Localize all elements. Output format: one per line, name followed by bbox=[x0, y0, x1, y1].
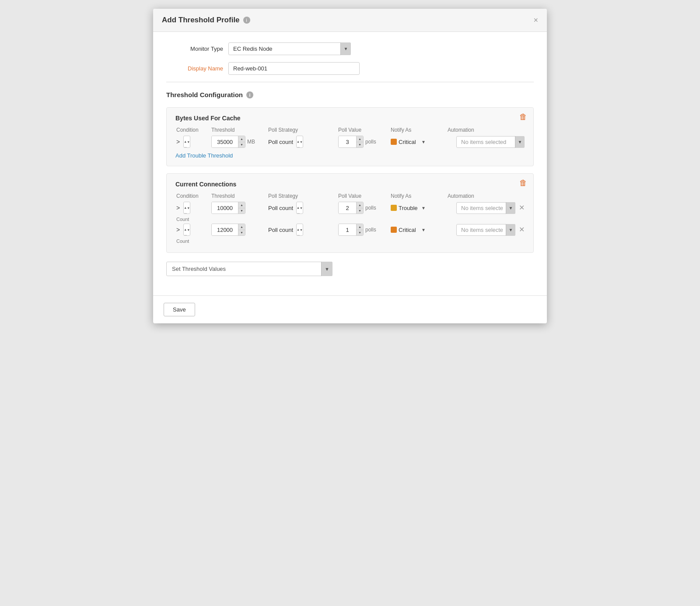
set-threshold-wrapper: Set Threshold Values ▼ bbox=[166, 262, 332, 276]
threshold-config-info-icon[interactable]: i bbox=[246, 91, 253, 98]
condition-spinner-down-cc-trouble[interactable]: ▼ bbox=[187, 202, 190, 214]
poll-strategy-up-cc-trouble[interactable]: ▲ bbox=[297, 202, 300, 214]
display-name-row: Display Name bbox=[166, 62, 534, 75]
condition-spinner-cc-critical: ▲ ▼ bbox=[183, 224, 190, 236]
display-name-label: Display Name bbox=[166, 65, 223, 72]
automation-select-bytes-critical[interactable]: No items selected bbox=[456, 136, 525, 148]
modal-container: Add Threshold Profile i × Monitor Type E… bbox=[153, 9, 547, 323]
poll-strategy-select-cc-trouble[interactable]: Poll count bbox=[268, 205, 294, 211]
poll-value-bytes-critical[interactable] bbox=[339, 136, 356, 147]
threshold-up-cc-critical[interactable]: ▲ bbox=[238, 224, 245, 230]
poll-value-cell-cc-trouble: ▲ ▼ polls bbox=[338, 202, 391, 214]
delete-bytes-used-button[interactable]: 🗑 bbox=[519, 113, 527, 121]
poll-value-down-bytes-critical[interactable]: ▼ bbox=[357, 142, 363, 148]
poll-value-up-bytes-critical[interactable]: ▲ bbox=[357, 136, 363, 142]
cc-col-header-poll-strategy: Poll Strategy bbox=[268, 193, 338, 199]
modal-footer: Save bbox=[153, 295, 547, 323]
monitor-type-select[interactable]: EC Redis Node bbox=[228, 42, 351, 55]
condition-spinner-up[interactable]: ▲ bbox=[184, 136, 187, 147]
threshold-spinner-arrows-cc-trouble: ▲ ▼ bbox=[238, 202, 245, 214]
threshold-block-current-connections: Current Connections 🗑 Condition Threshol… bbox=[166, 173, 534, 253]
poll-strategy-select-cc-critical[interactable]: Poll count bbox=[268, 227, 294, 233]
poll-strategy-down-cc-critical[interactable]: ▼ bbox=[300, 224, 303, 235]
notify-select-wrapper-cc-critical: Critical Trouble ▼ bbox=[399, 227, 426, 233]
poll-unit-bytes-critical: polls bbox=[365, 139, 376, 145]
cc-col-header-poll-value: Poll Value bbox=[338, 193, 391, 199]
automation-select-wrapper-bytes-critical: No items selected ▼ bbox=[456, 136, 525, 148]
poll-value-up-cc-trouble[interactable]: ▲ bbox=[357, 202, 363, 208]
threshold-block-bytes-used: Bytes Used For Cache 🗑 Condition Thresho… bbox=[166, 107, 534, 166]
poll-strategy-spinner-cc-trouble: ▲ ▼ bbox=[296, 202, 303, 214]
poll-value-spinner-bytes-critical: ▲ ▼ bbox=[338, 136, 364, 148]
display-name-input[interactable] bbox=[228, 62, 360, 75]
notify-badge-cc-trouble bbox=[391, 205, 397, 211]
remove-row-cc-trouble[interactable]: ✕ bbox=[519, 204, 525, 211]
condition-spinner-down[interactable]: ▼ bbox=[187, 136, 190, 147]
condition-spinner-up-cc-critical[interactable]: ▲ bbox=[184, 224, 187, 235]
threshold-cell-cc-trouble: ▲ ▼ bbox=[211, 202, 268, 214]
col-header-condition: Condition bbox=[176, 127, 211, 133]
col-header-threshold: Threshold bbox=[211, 127, 268, 133]
cc-row-critical-wrapper: > ▲ ▼ ▲ ▼ bbox=[175, 224, 525, 244]
poll-strategy-down-cc-trouble[interactable]: ▼ bbox=[300, 202, 303, 214]
poll-strategy-spinner-cc-critical: ▲ ▼ bbox=[296, 224, 303, 236]
set-threshold-select[interactable]: Set Threshold Values bbox=[166, 262, 332, 276]
notify-cell-cc-trouble: Trouble Critical ▼ bbox=[391, 205, 456, 211]
condition-spinner-cc-trouble: ▲ ▼ bbox=[183, 202, 190, 214]
condition-spinner-down-cc-critical[interactable]: ▼ bbox=[187, 224, 190, 235]
condition-cell-cc-trouble: > ▲ ▼ bbox=[176, 202, 211, 214]
notify-select-bytes-critical[interactable]: Critical Trouble bbox=[399, 139, 426, 145]
automation-select-cc-critical[interactable]: No items selected bbox=[456, 224, 515, 236]
delete-current-connections-button[interactable]: 🗑 bbox=[519, 179, 527, 187]
poll-strategy-down[interactable]: ▼ bbox=[300, 136, 303, 147]
threshold-down-cc-trouble[interactable]: ▼ bbox=[238, 208, 245, 214]
poll-strategy-up[interactable]: ▲ bbox=[297, 136, 300, 147]
remove-row-cc-critical[interactable]: ✕ bbox=[519, 226, 525, 233]
threshold-cell-bytes-critical: ▲ ▼ MB bbox=[211, 136, 268, 148]
poll-strategy-select-bytes-critical[interactable]: Poll count bbox=[268, 139, 294, 145]
condition-cell-cc-critical: > ▲ ▼ bbox=[176, 224, 211, 236]
poll-value-cc-critical[interactable] bbox=[339, 224, 356, 235]
threshold-down-cc-critical[interactable]: ▼ bbox=[238, 230, 245, 236]
threshold-config-title: Threshold Configuration i bbox=[166, 91, 534, 98]
save-button[interactable]: Save bbox=[164, 303, 195, 316]
cc-col-header-condition: Condition bbox=[176, 193, 211, 199]
poll-value-spinner-arrows-cc-trouble: ▲ ▼ bbox=[356, 202, 363, 214]
poll-value-down-cc-trouble[interactable]: ▼ bbox=[357, 208, 363, 214]
poll-strategy-wrapper-bytes-critical: Poll count bbox=[268, 139, 294, 145]
notify-select-cc-critical[interactable]: Critical Trouble bbox=[399, 227, 426, 233]
poll-value-up-cc-critical[interactable]: ▲ bbox=[357, 224, 363, 230]
poll-value-cell-cc-critical: ▲ ▼ polls bbox=[338, 224, 391, 236]
cc-row-trouble-wrapper: > ▲ ▼ ▲ ▼ bbox=[175, 202, 525, 222]
notify-select-cc-trouble[interactable]: Trouble Critical bbox=[399, 205, 426, 211]
condition-spinner-up-cc-trouble[interactable]: ▲ bbox=[184, 202, 187, 214]
poll-strategy-up-cc-critical[interactable]: ▲ bbox=[297, 224, 300, 235]
col-header-automation: Automation bbox=[448, 127, 525, 133]
modal-header: Add Threshold Profile i × bbox=[153, 9, 547, 32]
threshold-up-bytes-critical[interactable]: ▲ bbox=[238, 136, 245, 142]
add-trouble-threshold-link[interactable]: Add Trouble Threshold bbox=[175, 152, 233, 159]
notify-badge-cc-critical bbox=[391, 227, 397, 233]
col-header-poll-value: Poll Value bbox=[338, 127, 391, 133]
automation-cell-bytes-critical: No items selected ▼ bbox=[456, 136, 525, 148]
threshold-down-bytes-critical[interactable]: ▼ bbox=[238, 142, 245, 148]
sub-label-cc-trouble: Count bbox=[175, 217, 525, 222]
poll-value-cc-trouble[interactable] bbox=[339, 202, 356, 214]
automation-select-cc-trouble[interactable]: No items selected bbox=[456, 202, 515, 214]
close-button[interactable]: × bbox=[533, 16, 538, 24]
cc-row-critical: > ▲ ▼ ▲ ▼ bbox=[175, 224, 525, 236]
automation-cell-cc-trouble: No items selected ▼ ✕ bbox=[456, 202, 525, 214]
bytes-col-headers: Condition Threshold Poll Strategy Poll V… bbox=[175, 127, 525, 133]
automation-select-wrapper-cc-trouble: No items selected ▼ bbox=[456, 202, 515, 214]
threshold-value-bytes-critical[interactable] bbox=[212, 136, 238, 147]
poll-strategy-cell-bytes-critical: Poll count ▲ ▼ bbox=[268, 136, 338, 148]
threshold-value-cc-critical[interactable] bbox=[212, 224, 238, 235]
threshold-value-cc-trouble[interactable] bbox=[212, 202, 238, 214]
bytes-used-title: Bytes Used For Cache bbox=[175, 115, 525, 122]
set-threshold-row: Set Threshold Values ▼ bbox=[166, 262, 534, 276]
sub-label-cc-critical: Count bbox=[175, 238, 525, 244]
info-icon[interactable]: i bbox=[243, 17, 250, 24]
automation-select-wrapper-cc-critical: No items selected ▼ bbox=[456, 224, 515, 236]
threshold-up-cc-trouble[interactable]: ▲ bbox=[238, 202, 245, 208]
poll-value-down-cc-critical[interactable]: ▼ bbox=[357, 230, 363, 236]
